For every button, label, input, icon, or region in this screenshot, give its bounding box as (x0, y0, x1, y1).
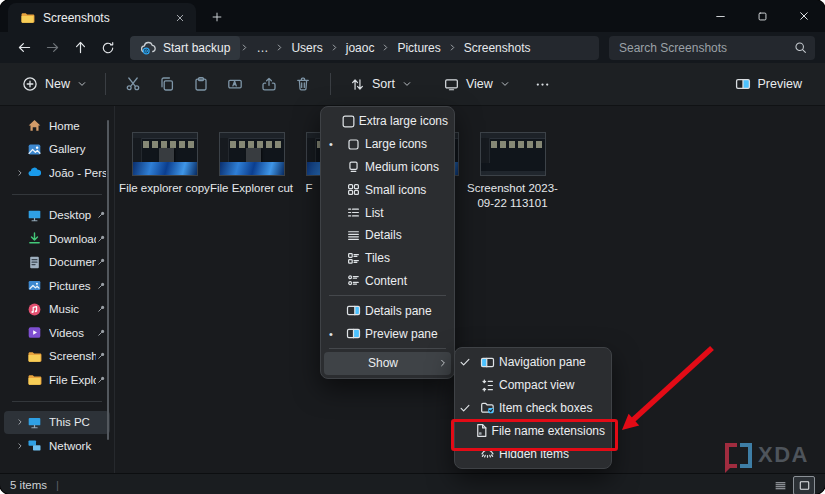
sidebar-item-home[interactable]: Home (4, 114, 110, 138)
view-menu-item-details-pane[interactable]: Details pane (321, 299, 454, 322)
new-tab-button[interactable] (204, 4, 230, 30)
close-icon (175, 13, 185, 23)
search-box[interactable] (609, 36, 815, 60)
minimize-icon (715, 11, 726, 22)
start-backup-button[interactable]: Start backup (130, 36, 240, 60)
preview-toggle-button[interactable]: Preview (726, 69, 811, 99)
expand-chevron-icon[interactable] (12, 418, 27, 426)
sidebar-scrollbar[interactable] (107, 120, 109, 440)
chevron-right-icon (240, 43, 249, 52)
file-item-file-explorer-cut[interactable]: File Explorer cut (208, 132, 295, 196)
chevron-right-icon (16, 169, 24, 177)
view-menu-item-preview-pane[interactable]: •Preview pane (321, 322, 454, 345)
details-icon (341, 228, 365, 243)
breadcrumb-item-users[interactable]: Users (284, 41, 329, 55)
view-menu-item-content[interactable]: Content (321, 270, 454, 293)
expand-chevron-icon[interactable] (12, 169, 27, 177)
file-extensions-icon (474, 423, 489, 438)
sidebar-item-label: Screenshots (49, 350, 96, 362)
tab-screenshots[interactable]: Screenshots (8, 3, 196, 32)
show-submenu: Navigation paneCompact viewItem check bo… (454, 347, 612, 469)
view-button[interactable]: View (435, 69, 519, 99)
minimize-button[interactable] (699, 0, 741, 32)
rename-button[interactable] (219, 69, 251, 99)
forward-button[interactable] (38, 35, 66, 61)
breadcrumb-item-pictures[interactable]: Pictures (390, 41, 447, 55)
up-button[interactable] (66, 35, 94, 61)
sidebar-item-this-pc[interactable]: This PC (4, 411, 110, 435)
details-view-toggle[interactable] (770, 477, 790, 494)
tab-close-icon[interactable] (170, 8, 190, 28)
content-icon (341, 273, 365, 288)
back-button[interactable] (10, 35, 38, 61)
sidebar-item-file-explorer[interactable]: File Explorer (4, 368, 110, 392)
show-submenu-item-compact-view[interactable]: Compact view (455, 374, 611, 397)
sidebar-item-jo-o-personal[interactable]: João - Personal (4, 161, 110, 185)
refresh-button[interactable] (94, 35, 122, 61)
address-bar[interactable]: Start backup …UsersjoaocPicturesScreensh… (130, 36, 599, 60)
share-button[interactable] (253, 69, 285, 99)
show-submenu-item-hidden-items[interactable]: Hidden items (455, 442, 611, 465)
ellipsis-icon (535, 77, 550, 92)
documents-icon (27, 255, 42, 270)
view-menu-item-small-icons[interactable]: Small icons (321, 178, 454, 201)
new-button[interactable]: New (14, 69, 95, 99)
sidebar-item-downloads[interactable]: Downloads (4, 227, 110, 251)
tiles-icon (346, 251, 361, 266)
more-options-button[interactable] (527, 69, 559, 99)
sidebar-item-desktop[interactable]: Desktop (4, 204, 110, 228)
gallery-icon (27, 142, 42, 157)
view-menu-item-tiles[interactable]: Tiles (321, 247, 454, 270)
file-item-screenshot-2023-09-22-113101[interactable]: Screenshot 2023-09-22 113101 (469, 132, 556, 211)
preview-pane-icon (341, 326, 365, 341)
sidebar-item-network[interactable]: Network (4, 434, 110, 458)
breadcrumb-item-screenshots[interactable]: Screenshots (457, 41, 538, 55)
details-view-icon (774, 479, 787, 492)
file-item-file-explorer-copy[interactable]: File explorer copy (121, 132, 208, 196)
tiles-icon (341, 251, 365, 266)
cut-button[interactable] (117, 69, 149, 99)
navigation-pane-icon (480, 355, 495, 370)
show-submenu-item-file-name-extensions[interactable]: File name extensions (455, 419, 611, 442)
sidebar-item-videos[interactable]: Videos (4, 321, 110, 345)
sidebar-item-screenshots[interactable]: Screenshots (4, 345, 110, 369)
list-icon (341, 205, 365, 220)
breadcrumb-chevron-icon (275, 43, 284, 52)
thumbnails-view-toggle[interactable] (793, 476, 815, 494)
breadcrumb-item-ellipsis[interactable]: … (249, 41, 275, 55)
delete-button[interactable] (287, 69, 319, 99)
menu-item-label: Preview pane (365, 327, 438, 341)
list-icon (346, 205, 361, 220)
breadcrumb-item-joaoc[interactable]: joaoc (339, 41, 382, 55)
view-menu-item-details[interactable]: Details (321, 224, 454, 247)
paste-button[interactable] (185, 69, 217, 99)
folder-icon (27, 372, 42, 387)
show-submenu-item-item-check-boxes[interactable]: Item check boxes (455, 397, 611, 420)
sidebar-item-label: Gallery (49, 143, 106, 155)
sidebar-item-label: João - Personal (49, 167, 106, 179)
item-checkboxes-icon (475, 400, 499, 415)
expand-chevron-icon[interactable] (12, 442, 27, 450)
view-menu-item-medium-icons[interactable]: Medium icons (321, 156, 454, 179)
plus-circle-icon (22, 76, 38, 92)
sidebar-item-pictures[interactable]: Pictures (4, 274, 110, 298)
sidebar-item-gallery[interactable]: Gallery (4, 138, 110, 162)
maximize-button[interactable] (741, 0, 783, 32)
search-input[interactable] (617, 40, 794, 56)
sidebar-item-documents[interactable]: Documents (4, 251, 110, 275)
file-name: File explorer copy (117, 181, 213, 196)
file-thumbnail (480, 132, 546, 176)
menu-item-label: Extra large icons (359, 114, 448, 128)
view-menu-item-extra-large-icons[interactable]: Extra large icons (321, 110, 454, 133)
sort-button[interactable]: Sort (341, 69, 421, 99)
close-button[interactable] (783, 0, 825, 32)
sidebar-item-music[interactable]: Music (4, 298, 110, 322)
view-menu-item-show[interactable]: Show (324, 352, 451, 375)
view-menu-item-list[interactable]: List (321, 201, 454, 224)
refresh-icon (101, 41, 115, 55)
copy-button[interactable] (151, 69, 183, 99)
menu-item-label: List (365, 206, 384, 220)
view-menu-item-large-icons[interactable]: •Large icons (321, 133, 454, 156)
videos-icon (27, 325, 42, 340)
show-submenu-item-navigation-pane[interactable]: Navigation pane (455, 351, 611, 374)
